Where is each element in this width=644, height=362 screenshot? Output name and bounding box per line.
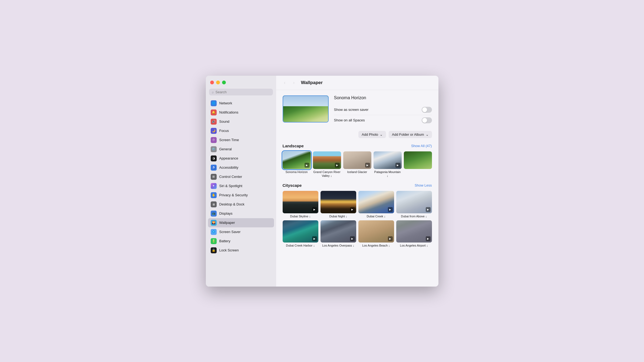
gallery-item-dubai-skyline[interactable]: ▶ Dubai Skyline ↓: [283, 191, 318, 218]
search-box[interactable]: ⌕: [209, 89, 273, 95]
all-spaces-label: Show on all Spaces: [334, 118, 365, 122]
sidebar-item-controlcenter[interactable]: ⊞ Control Center: [208, 172, 274, 181]
search-input[interactable]: [216, 90, 270, 94]
landscape-title: Landscape: [283, 144, 304, 148]
sidebar-item-network[interactable]: 🌐 Network: [208, 99, 274, 108]
buttons-row: Add Photo ⌄ Add Folder or Album ⌄: [283, 131, 432, 138]
sidebar-items: 🌐 Network 🔔 Notifications 🔊 Sound 🌙 Focu…: [206, 99, 276, 287]
label-dubai-skyline: Dubai Skyline ↓: [290, 214, 311, 218]
gallery-item-grandcanyon[interactable]: ▶ Grand Canyon River Valley ↓: [313, 151, 341, 178]
gallery-item-la-airport[interactable]: ▶ Los Angeles Airport ↓: [396, 220, 432, 248]
gallery-item-dubai-above[interactable]: ▶ Dubai from Above ↓: [396, 191, 432, 218]
controlcenter-icon: ⊞: [211, 174, 217, 180]
add-folder-label: Add Folder or Album: [392, 132, 424, 137]
sidebar-item-desktop[interactable]: 🖥 Desktop & Dock: [208, 200, 274, 209]
sidebar-item-sound[interactable]: 🔊 Sound: [208, 117, 274, 126]
sidebar-label-appearance: Appearance: [219, 156, 238, 160]
sidebar-label-displays: Displays: [219, 211, 233, 215]
gallery-item-dubai-night[interactable]: ▶ Dubai Night ↓: [321, 191, 356, 218]
sidebar-item-general[interactable]: ⚙️ General: [208, 145, 274, 154]
play-badge-dubai-creek: ▶: [388, 207, 393, 212]
label-iceland: Iceland Glacier: [347, 170, 367, 174]
gallery-item-dubai-creek[interactable]: ▶ Dubai Creek ↓: [358, 191, 394, 218]
sidebar-label-siri: Siri & Spotlight: [219, 184, 242, 188]
gallery-item-partial[interactable]: [404, 151, 432, 178]
gallery-item-sonoma[interactable]: ▶ Sonoma Horizon: [283, 151, 311, 178]
sidebar-item-screensaver[interactable]: 💠 Screen Saver: [208, 227, 274, 237]
label-la-airport: Los Angeles Airport ↓: [400, 244, 428, 247]
thumb-la-overpass: ▶: [321, 220, 356, 243]
thumb-grandcanyon: ▶: [313, 151, 341, 169]
screentime-icon: ⏱: [211, 137, 217, 143]
label-la-beach: Los Angeles Beach ↓: [362, 244, 390, 247]
thumb-sonoma: ▶: [283, 151, 311, 169]
play-badge-grandcanyon: ▶: [335, 163, 340, 168]
sound-icon: 🔊: [211, 119, 217, 125]
landscape-show-all[interactable]: Show All (47): [411, 144, 432, 148]
play-badge-dubai-skyline: ▶: [312, 207, 317, 212]
thumb-la-airport: ▶: [396, 220, 432, 243]
gallery-item-patagonia[interactable]: ▶ Patagonia Mountain ↓: [374, 151, 402, 178]
gallery-item-la-beach[interactable]: ▶ Los Angeles Beach ↓: [358, 220, 394, 248]
label-dubai-above: Dubai from Above ↓: [401, 214, 427, 218]
gallery-item-la-overpass[interactable]: ▶ Los Angeles Overpass ↓: [321, 220, 356, 248]
gallery-item-dubai-creek-harbor[interactable]: ▶ Dubai Creek Harbor ↓: [283, 220, 318, 248]
add-photo-button[interactable]: Add Photo ⌄: [358, 131, 386, 138]
play-badge-la-beach: ▶: [388, 236, 393, 241]
play-badge-dubai-night: ▶: [350, 207, 355, 212]
play-badge-iceland: ▶: [365, 163, 370, 168]
notifications-icon: 🔔: [211, 109, 217, 115]
label-la-overpass: Los Angeles Overpass ↓: [322, 244, 354, 247]
sidebar-label-lockscreen: Lock Screen: [219, 248, 239, 252]
settings-window: ⌕ 🌐 Network 🔔 Notifications 🔊 Sound 🌙: [206, 76, 438, 287]
play-badge-patagonia: ▶: [395, 163, 400, 168]
cityscape-grid-2: ▶ Dubai Creek Harbor ↓ ▶ Los Angeles Ove…: [283, 220, 432, 248]
preview-section: Sonoma Horizon Show as screen saver Show…: [283, 95, 432, 125]
thumb-dubai-skyline: ▶: [283, 191, 318, 213]
back-button[interactable]: ‹: [282, 79, 288, 86]
cityscape-grid: ▶ Dubai Skyline ↓ ▶ Dubai Night ↓: [283, 191, 432, 218]
sidebar-item-wallpaper[interactable]: 🌄 Wallpaper: [208, 218, 274, 227]
sidebar-item-lockscreen[interactable]: 🔒 Lock Screen: [208, 246, 274, 255]
appearance-icon: ◑: [211, 155, 217, 161]
general-icon: ⚙️: [211, 146, 217, 152]
search-icon: ⌕: [212, 90, 214, 94]
desktop-icon: 🖥: [211, 201, 217, 207]
play-badge-dubai-creek-harbor: ▶: [312, 236, 317, 241]
gallery-item-iceland[interactable]: ▶ Iceland Glacier: [343, 151, 371, 178]
minimize-button[interactable]: [216, 81, 220, 84]
landscape-grid: ▶ Sonoma Horizon ▶ Grand Canyon River Va…: [283, 151, 432, 178]
cityscape-section: Cityscape Show Less ▶ Dubai Skyline ↓: [283, 183, 432, 248]
sidebar-item-notifications[interactable]: 🔔 Notifications: [208, 108, 274, 117]
add-folder-chevron: ⌄: [426, 132, 429, 137]
sidebar-item-privacy[interactable]: ✋ Privacy & Security: [208, 191, 274, 200]
sidebar-item-displays[interactable]: 📺 Displays: [208, 209, 274, 218]
sidebar-item-appearance[interactable]: ◑ Appearance: [208, 154, 274, 163]
screen-saver-toggle[interactable]: [422, 107, 432, 113]
sidebar-item-focus[interactable]: 🌙 Focus: [208, 126, 274, 135]
label-patagonia: Patagonia Mountain ↓: [374, 170, 402, 178]
titlebar: ‹ › Wallpaper: [276, 76, 438, 90]
sidebar-label-general: General: [219, 147, 232, 151]
screen-saver-label: Show as screen saver: [334, 108, 369, 112]
main-content: ‹ › Wallpaper Sonoma Horizon Show as scr…: [276, 76, 438, 287]
sidebar-item-screentime[interactable]: ⏱ Screen Time: [208, 135, 274, 145]
add-folder-button[interactable]: Add Folder or Album ⌄: [389, 131, 432, 138]
thumb-iceland: ▶: [343, 151, 371, 169]
thumb-partial: [404, 151, 432, 169]
all-spaces-toggle[interactable]: [422, 117, 432, 123]
maximize-button[interactable]: [222, 81, 226, 84]
cityscape-show-less[interactable]: Show Less: [415, 183, 432, 187]
sidebar-item-siri[interactable]: ✦ Siri & Spotlight: [208, 181, 274, 191]
close-button[interactable]: [210, 81, 214, 84]
sidebar-item-accessibility[interactable]: ♿ Accessibility: [208, 163, 274, 172]
cityscape-title: Cityscape: [283, 183, 302, 188]
landscape-header: Landscape Show All (47): [283, 144, 432, 148]
forward-button[interactable]: ›: [291, 79, 297, 86]
sidebar-label-screentime: Screen Time: [219, 138, 239, 142]
page-title: Wallpaper: [301, 80, 323, 85]
content-area: Sonoma Horizon Show as screen saver Show…: [276, 90, 438, 287]
play-badge-la-airport: ▶: [426, 236, 431, 241]
sidebar-item-battery[interactable]: 🔋 Battery: [208, 237, 274, 246]
thumb-dubai-night: ▶: [321, 191, 356, 213]
